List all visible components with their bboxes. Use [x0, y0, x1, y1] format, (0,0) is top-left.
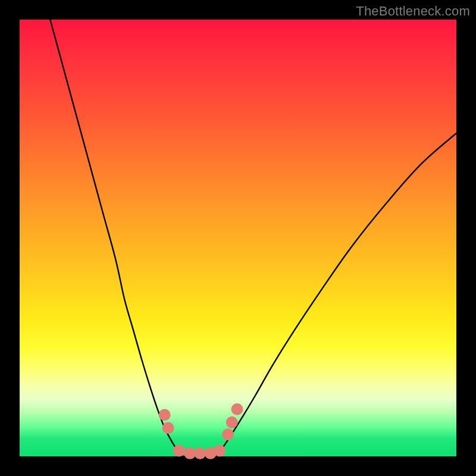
- data-marker: [159, 409, 171, 421]
- data-marker: [222, 428, 234, 440]
- chart-frame: TheBottleneck.com: [0, 0, 476, 476]
- data-marker: [162, 422, 174, 434]
- plot-area: [20, 20, 456, 456]
- bottleneck-curve: [50, 20, 456, 457]
- data-marker: [173, 444, 185, 456]
- data-marker: [226, 416, 238, 428]
- marker-group: [159, 403, 243, 459]
- data-marker: [214, 444, 226, 456]
- curve-group: [50, 20, 456, 457]
- data-marker: [194, 447, 206, 459]
- data-marker: [231, 403, 243, 415]
- curve-svg: [20, 20, 456, 456]
- watermark-text: TheBottleneck.com: [356, 4, 470, 19]
